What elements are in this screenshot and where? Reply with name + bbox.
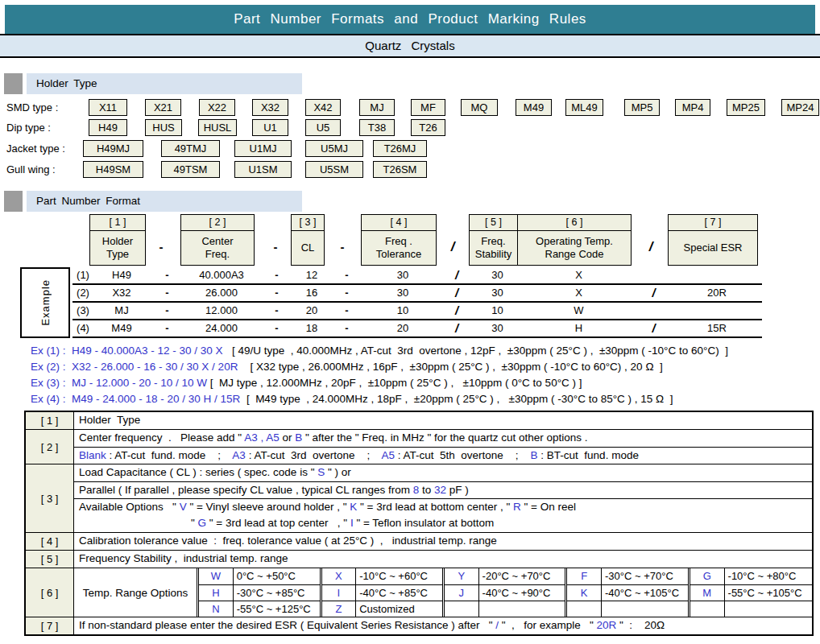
holder-code-box: H49 xyxy=(89,119,127,136)
page-title: Part Number Formats and Product Marking … xyxy=(5,5,815,34)
spec-row-number: [ 5 ] xyxy=(26,551,74,568)
spec-row-3: [ 3 ] Load Capacitance ( CL ) : series (… xyxy=(26,464,812,533)
spec-row-number: [ 6 ] xyxy=(26,568,74,617)
spec-row-2: [ 2 ] Center frequency . Please add " A3… xyxy=(26,430,812,464)
pnf-field-1: [ 1 ] HolderType xyxy=(89,214,146,266)
holder-code-box: H49MJ xyxy=(83,140,143,157)
spec-row-number: [ 3 ] xyxy=(26,464,74,532)
holder-code-box: MP25 xyxy=(727,99,765,116)
example-description-line: Ex (1) : H49 - 40.000A3 - 12 - 30 / 30 X… xyxy=(31,343,820,359)
section-marker-icon xyxy=(4,191,23,212)
row-label: Jacket type : xyxy=(6,142,65,155)
holder-code-box: 49TSM xyxy=(161,161,220,178)
pnf-field-3: [ 3 ] CL xyxy=(291,214,325,266)
spec-row-5: [ 5 ] Frequency Stability , industrial t… xyxy=(26,551,812,568)
holder-row-smd: SMD type : X11 X21 X22 X32 X42 MJ MF MQ … xyxy=(0,99,820,116)
section-header-part-number-format: Part Number Format xyxy=(0,191,820,212)
holder-code-box: MF xyxy=(411,99,445,116)
row-label: SMD type : xyxy=(6,101,58,114)
spec-row-number: [ 2 ] xyxy=(26,430,74,464)
holder-row-jacket: Jacket type : H49MJ 49TMJ U1MJ U5MJ T26M… xyxy=(0,140,820,157)
holder-code-box: 49TMJ xyxy=(161,140,220,157)
pnf-separator-slash: / xyxy=(642,230,660,264)
holder-code-box: MP4 xyxy=(675,99,710,116)
holder-code-box: H49SM xyxy=(83,161,143,178)
section-title: Part Number Format xyxy=(27,191,302,212)
holder-code-box: T38 xyxy=(359,119,395,136)
holder-code-box: U1 xyxy=(252,119,288,136)
example-table: Example (1)H49-40.000A3-12-30/30X (2)X32… xyxy=(20,267,820,338)
holder-code-box: X21 xyxy=(145,99,181,116)
pnf-separator-dash: - xyxy=(267,230,284,264)
pnf-separator-dash: - xyxy=(152,230,170,264)
holder-code-box: X42 xyxy=(305,99,341,116)
holder-code-box: T26MJ xyxy=(373,140,427,157)
section-header-holder-type: Holder Type xyxy=(0,73,820,94)
holder-code-box: U5MJ xyxy=(305,140,363,157)
pnf-separator-dash: - xyxy=(333,230,351,264)
pnf-field-2: [ 2 ] CenterFreq. xyxy=(180,214,255,266)
spec-row-number: [ 7 ] xyxy=(26,617,74,634)
holder-code-box: M49 xyxy=(516,99,552,116)
example-row: (2)X32-26.000-16-30/30X/20R xyxy=(72,285,762,303)
spec-table: [ 1 ] Holder Type [ 2 ] Center frequency… xyxy=(24,411,814,636)
example-description-line: Ex (3) : MJ - 12.000 - 20 - 10 / 10 W [ … xyxy=(31,375,820,391)
section-title: Holder Type xyxy=(27,73,302,94)
example-row: (3)MJ-12.000-20-10/10W xyxy=(72,303,762,320)
spec-row-6: [ 6 ] Temp. Range Options W0°C ~ +50°C X… xyxy=(26,568,812,617)
holder-code-box: MP24 xyxy=(781,99,819,116)
pnf-separator-slash: / xyxy=(444,230,462,264)
spec-row-7: [ 7 ] If non-standard please enter the d… xyxy=(26,617,812,634)
subtitle: Quartz Crystals xyxy=(0,34,820,58)
pnf-field-4: [ 4 ] Freq .Tolerance xyxy=(361,214,437,266)
row-label: Dip type : xyxy=(6,122,51,134)
holder-code-box: MJ xyxy=(359,99,395,116)
pnf-field-6: [ 6 ] Operating Temp.Range Code xyxy=(517,214,632,266)
row-label: Gull wing : xyxy=(6,163,56,175)
holder-code-box: HUS xyxy=(145,119,182,136)
holder-code-box: X22 xyxy=(199,99,235,116)
spec-row-number: [ 4 ] xyxy=(26,533,74,550)
example-description-line: Ex (4) : M49 - 24.000 - 18 - 20 / 30 H /… xyxy=(31,391,820,407)
part-number-format-diagram: [ 1 ] HolderType - [ 2 ] CenterFreq. - [… xyxy=(0,214,820,267)
holder-code-box: ML49 xyxy=(565,99,603,116)
holder-row-dip: Dip type : H49 HUS HUSL U1 U5 T38 T26 xyxy=(0,119,820,136)
pnf-field-5: [ 5 ] Freq.Stability xyxy=(469,214,518,266)
holder-code-box: U5SM xyxy=(305,161,363,178)
example-description-line: Ex (2) : X32 - 26.000 - 16 - 30 / 30 X /… xyxy=(31,359,820,375)
temp-range-options-label: Temp. Range Options xyxy=(74,568,197,617)
holder-code-box: X11 xyxy=(89,99,127,116)
example-descriptions: Ex (1) : H49 - 40.000A3 - 12 - 30 / 30 X… xyxy=(31,343,820,407)
holder-code-box: X32 xyxy=(252,99,288,116)
spec-row-number: [ 1 ] xyxy=(26,412,74,429)
holder-code-box: U5 xyxy=(305,119,341,136)
example-row: (4)M49-24.000-18-20/30H/15R xyxy=(72,320,762,338)
section-marker-icon xyxy=(4,73,23,94)
holder-row-gullwing: Gull wing : H49SM 49TSM U1SM U5SM T26SM xyxy=(0,161,820,178)
holder-code-box: T26SM xyxy=(373,161,427,178)
temp-range-table: W0°C ~ +50°C X-10°C ~ +60°C Y-20°C ~ +70… xyxy=(197,568,812,617)
spec-row-4: [ 4 ] Calibration tolerance value : freq… xyxy=(26,533,812,551)
example-row: (1)H49-40.000A3-12-30/30X xyxy=(72,267,762,285)
holder-code-box: T26 xyxy=(411,119,445,136)
holder-code-box: MQ xyxy=(461,99,498,116)
holder-code-box: HUSL xyxy=(198,119,237,136)
example-side-label: Example xyxy=(20,267,70,338)
holder-code-box: MP5 xyxy=(624,99,660,116)
pnf-field-7: [ 7 ] Special ESR xyxy=(668,214,758,266)
holder-code-box: U1MJ xyxy=(234,140,292,157)
holder-code-box: U1SM xyxy=(234,161,292,178)
spec-row-1: [ 1 ] Holder Type xyxy=(26,412,812,430)
